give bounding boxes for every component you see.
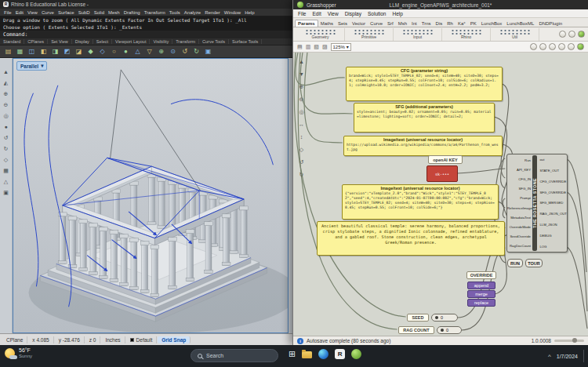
grasshopper-menu-item[interactable]: View: [328, 11, 339, 16]
grasshopper-canvas[interactable]: ▲▼⊕⊖◎↔↕◇↺↻ CFG (parameter string) brand=…: [293, 53, 588, 336]
rosetta-output[interactable]: DEBUG: [537, 234, 567, 238]
toolbar-icon[interactable]: ◩: [62, 46, 72, 56]
toolbar-icon[interactable]: ◇: [97, 46, 107, 56]
rosetta-input[interactable]: Run: [507, 158, 532, 162]
rosetta-output[interactable]: CFG_OVERRIDE: [537, 180, 567, 184]
nav-tool-icon[interactable]: ▼: [299, 71, 304, 77]
file-tool-icon[interactable]: ▧: [314, 44, 319, 50]
toolbar-tab[interactable]: Viewport Layout: [112, 39, 150, 44]
rosetta-output[interactable]: SFG_MERGED: [537, 201, 567, 205]
grasshopper-ball-icon[interactable]: [577, 43, 584, 50]
file-tool-icon[interactable]: ▤: [297, 44, 303, 50]
grasshopper-menu-item[interactable]: Display: [345, 11, 361, 16]
rhino-menu-item[interactable]: Help: [245, 10, 254, 15]
category-tab[interactable]: Msh: [396, 20, 409, 27]
value-list-option[interactable]: merge: [467, 290, 495, 298]
side-tool-icon[interactable]: ▣: [3, 190, 9, 195]
category-tab[interactable]: LunchBoxML: [504, 20, 536, 27]
category-tab[interactable]: Srf: [385, 20, 396, 27]
view-button-icon[interactable]: [568, 43, 575, 50]
toolbar-tab[interactable]: Surface Tools: [229, 39, 262, 44]
zoom-control[interactable]: 125% ▾: [331, 43, 351, 51]
toolbar-icon[interactable]: ▣: [203, 46, 213, 56]
toolbar-icon[interactable]: ⊙: [168, 46, 178, 56]
slider-knob-icon[interactable]: [441, 329, 444, 332]
nav-tool-icon[interactable]: ▲: [299, 59, 304, 64]
slider-knob-icon[interactable]: [435, 316, 438, 319]
rosetta-input[interactable]: API_KEY: [507, 168, 532, 172]
rhino-menu-item[interactable]: Render: [205, 10, 220, 15]
rag-count-slider[interactable]: 0: [437, 326, 462, 334]
toolbar-icon[interactable]: ●: [121, 46, 131, 56]
rosetta-input[interactable]: MetadataText: [507, 216, 532, 220]
rosetta-output[interactable]: RAG_JSON_OUT: [537, 212, 567, 216]
component-icons-grid[interactable]: [305, 29, 336, 35]
nav-tool-icon[interactable]: ⊕: [299, 84, 304, 89]
rhino-viewport[interactable]: Parallel ▾: [13, 58, 289, 333]
nav-tool-icon[interactable]: ↻: [299, 172, 304, 177]
ribbon-group[interactable]: Rhino: [442, 28, 491, 41]
rag-count-label[interactable]: RAG COUNT: [398, 326, 434, 334]
taskbar-search[interactable]: Search: [191, 349, 278, 362]
view-button-icon[interactable]: [539, 43, 546, 50]
rosetta-output[interactable]: STATE_OUT: [537, 169, 567, 173]
nav-tool-icon[interactable]: ◎: [299, 109, 303, 114]
toolbar-icon[interactable]: △: [132, 46, 143, 56]
rosetta-stone-component[interactable]: RunAPI_KEYCFG_INSFG_INPromptReferenceIma…: [506, 154, 568, 253]
display-toggle-icon[interactable]: [568, 31, 575, 38]
grasshopper-taskbar-icon[interactable]: [351, 349, 361, 359]
file-explorer-icon[interactable]: [302, 351, 312, 358]
toolbar-tab[interactable]: Standard: [0, 39, 24, 44]
side-tool-icon[interactable]: ↺: [4, 135, 9, 140]
ribbon-group[interactable]: Input: [394, 28, 442, 41]
file-tool-icon[interactable]: ▥: [306, 44, 311, 50]
grasshopper-menu-item[interactable]: Help: [392, 11, 402, 16]
show-desktop-button[interactable]: [583, 350, 585, 362]
rhino-menu-item[interactable]: Analyze: [184, 10, 201, 15]
toolbar-icon[interactable]: ◫: [27, 46, 37, 56]
rosetta-input[interactable]: SeedOverride: [507, 234, 532, 238]
viewport-title-menu[interactable]: Parallel ▾: [16, 61, 47, 71]
rosetta-output[interactable]: SFG_OVERRIDE: [537, 191, 567, 194]
toolbar-icon[interactable]: ↻: [191, 46, 201, 56]
view-button-icon[interactable]: [549, 43, 556, 50]
grid-snap-toggle[interactable]: Grid Snap: [158, 336, 191, 343]
toolbar-tab[interactable]: Transform: [172, 39, 199, 44]
category-tab[interactable]: Dis: [434, 20, 445, 27]
sfg-panel[interactable]: SFG (additional parameters) style=ancien…: [354, 103, 495, 133]
rosetta-input[interactable]: OverrideMode: [507, 225, 532, 229]
category-tab[interactable]: Trns: [419, 20, 434, 27]
toolbar-icon[interactable]: ▽: [144, 46, 154, 56]
canvas-zoom-slider[interactable]: [554, 340, 584, 342]
ribbon-group[interactable]: Util: [491, 28, 539, 41]
toolbar-tab[interactable]: Curve Tools: [199, 39, 229, 44]
category-tab[interactable]: Int: [409, 20, 419, 27]
seed-label[interactable]: SEED: [407, 314, 429, 322]
nav-tool-icon[interactable]: ⊖: [299, 96, 304, 102]
cfg-panel[interactable]: CFG (parameter string) brand=Wick; style…: [346, 67, 503, 101]
edge-browser-icon[interactable]: [318, 349, 328, 359]
active-layer[interactable]: Default: [126, 336, 158, 343]
prompt-panel[interactable]: Ancient beautiful classical temple: sere…: [317, 221, 505, 256]
rhino-menu-item[interactable]: Transform: [144, 10, 165, 15]
toolbar-icon[interactable]: ▦: [15, 46, 25, 56]
component-icons-grid[interactable]: [499, 29, 531, 35]
toolbar-tab[interactable]: Visibility: [150, 39, 172, 44]
taskbar-date[interactable]: 1/7/2024: [557, 354, 578, 359]
category-tab[interactable]: Params: [295, 20, 318, 27]
toolbar-icon[interactable]: ⊕: [156, 46, 166, 56]
image-url-panel[interactable]: Image/text (universal resource locator) …: [343, 136, 503, 156]
toolbar-icon[interactable]: ○: [109, 46, 119, 56]
rhino-menu-item[interactable]: Surface: [58, 10, 74, 15]
toolbar-icon[interactable]: ▤: [3, 46, 13, 56]
toolbar-icon[interactable]: ◨: [50, 46, 60, 56]
rhino-titlebar[interactable]: R Rhino 8 Educational Lab License -: [0, 0, 311, 9]
side-tool-icon[interactable]: ▲: [3, 69, 9, 74]
api-key-panel[interactable]: sk-•••: [426, 165, 458, 182]
hidden-icons-chevron-icon[interactable]: ^: [548, 353, 551, 360]
category-tab[interactable]: Rh: [445, 20, 456, 27]
side-tool-icon[interactable]: ◭: [4, 80, 8, 85]
value-list-option[interactable]: replace: [467, 299, 495, 307]
ribbon-group[interactable]: Geometry: [296, 28, 345, 41]
toolbar-icon[interactable]: ◆: [85, 46, 96, 56]
